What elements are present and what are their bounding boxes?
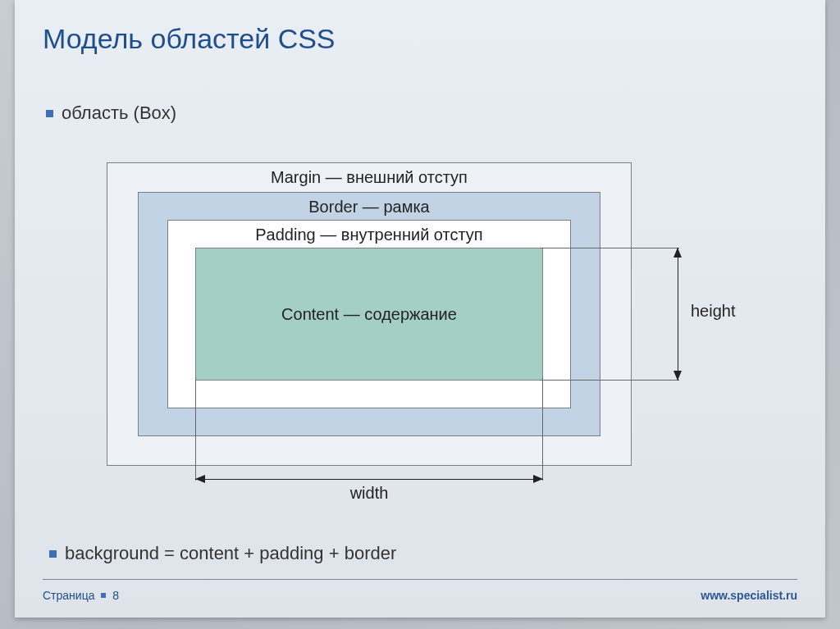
box-model-diagram: Margin — внешний отступ Border — рамка P… (107, 162, 748, 507)
padding-label: Padding — внутренний отступ (168, 221, 570, 248)
page-number: 8 (112, 589, 119, 602)
slide-title: Модель областей CSS (43, 23, 797, 55)
page-indicator: Страница 8 (43, 589, 119, 602)
height-label: height (691, 302, 736, 321)
site-url: www.specialist.ru (701, 589, 797, 602)
bullet-text: область (Box) (62, 103, 176, 124)
slide: Модель областей CSS область (Box) Margin… (15, 0, 825, 618)
page-label: Страница (43, 589, 94, 602)
separator-icon (101, 593, 106, 598)
border-label: Border — рамка (139, 193, 600, 220)
width-dimension: width (195, 472, 543, 505)
content-label: Content — содержание (281, 305, 457, 324)
bullet-icon (46, 110, 53, 117)
margin-label: Margin — внешний отступ (107, 163, 631, 190)
slide-footer: Страница 8 www.specialist.ru (43, 585, 797, 606)
bullet-box: область (Box) (46, 103, 797, 124)
width-label: width (195, 484, 543, 503)
content-box: Content — содержание (195, 248, 543, 381)
height-dimension: height (643, 248, 750, 381)
bullet-background: background = content + padding + border (49, 543, 396, 564)
bullet-text: background = content + padding + border (65, 543, 396, 564)
bullet-icon (49, 550, 57, 558)
divider (43, 579, 797, 580)
